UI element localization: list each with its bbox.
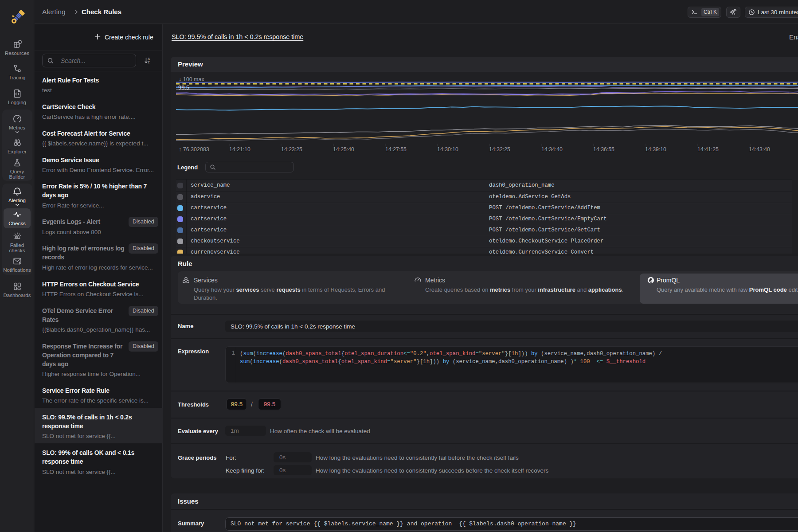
svg-text:14:27:55: 14:27:55 xyxy=(385,146,407,153)
svg-text:14:43:40: 14:43:40 xyxy=(749,146,770,153)
svg-text:14:21:10: 14:21:10 xyxy=(229,146,250,153)
svg-text:A: A xyxy=(148,57,150,60)
svg-text:14:30:10: 14:30:10 xyxy=(437,146,458,153)
svg-text:14:34:40: 14:34:40 xyxy=(541,146,563,153)
svg-text:14:32:25: 14:32:25 xyxy=(489,146,510,153)
svg-text:↑ 76.302083: ↑ 76.302083 xyxy=(179,146,209,153)
svg-text:Z: Z xyxy=(148,61,150,64)
svg-text:↓ 100 max: ↓ 100 max xyxy=(179,76,204,82)
svg-text:14:25:40: 14:25:40 xyxy=(333,146,354,153)
svg-text:14:36:55: 14:36:55 xyxy=(593,146,614,153)
svg-text:14:23:25: 14:23:25 xyxy=(281,146,302,153)
svg-text:99.5: 99.5 xyxy=(178,84,189,91)
svg-text:14:41:25: 14:41:25 xyxy=(697,146,719,153)
svg-text:14:39:10: 14:39:10 xyxy=(645,146,666,153)
